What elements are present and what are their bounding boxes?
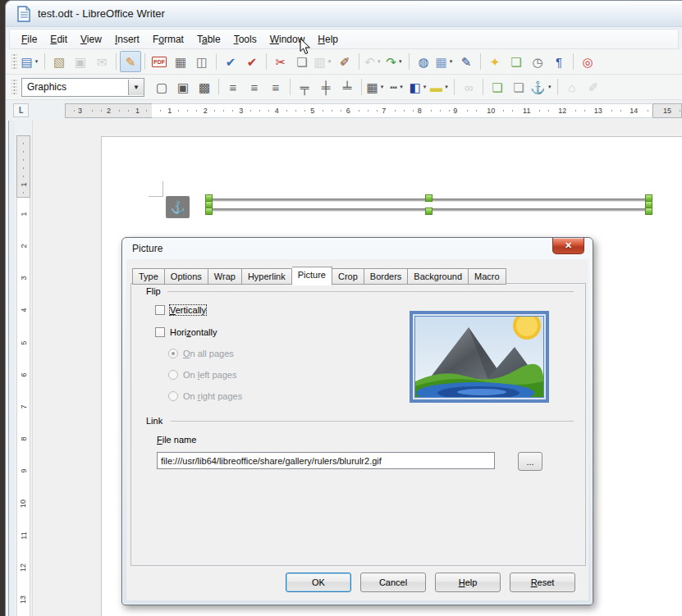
- menu-view[interactable]: View: [74, 32, 108, 47]
- format-paintbrush-icon[interactable]: ✐: [334, 51, 355, 72]
- tab-hyperlink[interactable]: Hyperlink: [242, 268, 292, 285]
- background-color-icon[interactable]: ▬▾: [429, 76, 451, 98]
- wrap-off-icon[interactable]: ▢: [151, 76, 172, 98]
- vertical-ruler[interactable]: 1 12345678910111213: [15, 121, 33, 616]
- edit-file-icon[interactable]: ✎: [120, 51, 141, 72]
- open-icon[interactable]: ▧: [48, 51, 70, 72]
- align-right-icon[interactable]: ≡: [265, 76, 286, 98]
- align-top-icon[interactable]: ╤: [294, 76, 315, 98]
- tab-background[interactable]: Background: [408, 268, 469, 285]
- cut-icon[interactable]: ✂: [270, 51, 291, 72]
- horizontally-checkbox[interactable]: [155, 327, 165, 337]
- selection-handle[interactable]: [425, 208, 433, 215]
- ruler-number: 5: [295, 104, 331, 117]
- toolbar-separator: [218, 79, 219, 95]
- close-icon[interactable]: ✕: [552, 238, 584, 254]
- toolbar-separator: [557, 79, 558, 95]
- tab-macro[interactable]: Macro: [469, 268, 506, 285]
- undo-icon: ↶▾: [363, 51, 384, 72]
- new-document-icon[interactable]: ▤▾: [20, 51, 41, 72]
- dropdown-arrow-icon[interactable]: ▾: [34, 58, 40, 65]
- ruler-number: 1: [152, 104, 188, 117]
- picture-tab-page: Flip VerticallyHorizontally On all pages…: [130, 283, 586, 566]
- menu-edit[interactable]: Edit: [43, 32, 74, 47]
- menu-file[interactable]: File: [15, 32, 43, 47]
- border-line-style-icon[interactable]: ┅▾: [387, 76, 408, 98]
- change-anchor-icon[interactable]: ⚓▾: [529, 76, 554, 98]
- reset-button[interactable]: Reset: [510, 573, 575, 592]
- tab-type[interactable]: Type: [132, 268, 165, 285]
- anchor-icon[interactable]: ⚓: [166, 196, 190, 218]
- tab-crop[interactable]: Crop: [332, 268, 364, 285]
- align-bottom-icon[interactable]: ╧: [336, 76, 358, 98]
- dropdown-arrow-icon[interactable]: ▾: [327, 58, 333, 65]
- hyperlink-icon[interactable]: ◍: [413, 51, 434, 72]
- file-name-input[interactable]: [157, 452, 495, 469]
- dropdown-arrow-icon[interactable]: ▾: [398, 84, 405, 90]
- export-pdf-icon[interactable]: PDF: [149, 51, 170, 72]
- ruler-number: 5: [17, 326, 30, 358]
- tab-options[interactable]: Options: [165, 268, 208, 285]
- data-sources-icon[interactable]: ◷: [527, 51, 548, 72]
- table-icon[interactable]: ▦▾: [434, 51, 455, 72]
- menu-format[interactable]: Format: [146, 32, 190, 47]
- ruler-number: 2: [94, 104, 123, 117]
- ok-button[interactable]: OK: [286, 573, 351, 592]
- tab-picture[interactable]: Picture: [292, 267, 332, 285]
- navigator-icon[interactable]: ✦: [484, 51, 506, 72]
- page-preview-icon[interactable]: ◫: [191, 51, 213, 72]
- horizontal-ruler[interactable]: L 321 1234567891011121314 15: [6, 100, 682, 121]
- bring-to-front-icon[interactable]: ❏: [487, 76, 508, 98]
- wrap-through-icon[interactable]: ▩: [194, 76, 215, 98]
- auto-spellcheck-icon[interactable]: ✔: [241, 51, 263, 72]
- help-icon[interactable]: ◎: [577, 51, 598, 72]
- dropdown-arrow-icon[interactable]: ▾: [397, 58, 404, 65]
- toolbar-grip-icon[interactable]: [11, 53, 17, 70]
- frame-style-combo[interactable]: Graphics ▼: [21, 78, 144, 97]
- dropdown-arrow-icon[interactable]: ▾: [422, 84, 428, 90]
- checkbox-row: Vertically: [155, 305, 206, 315]
- vertically-checkbox-label[interactable]: Vertically: [170, 305, 206, 315]
- on-right-pages-radio-label: On right pages: [183, 391, 242, 401]
- toolbar-separator: [290, 79, 291, 95]
- print-icon[interactable]: ▦: [170, 51, 191, 72]
- draw-functions-icon[interactable]: ✎: [455, 51, 477, 72]
- redo-icon[interactable]: ↷▾: [384, 51, 405, 72]
- browse-button[interactable]: ...: [518, 452, 542, 471]
- menu-insert[interactable]: Insert: [108, 32, 146, 47]
- help-button[interactable]: Help: [435, 573, 501, 592]
- horizontally-checkbox-label[interactable]: Horizontally: [170, 327, 217, 337]
- align-center-vertical-icon[interactable]: ╪: [315, 76, 336, 98]
- selection-handle[interactable]: [205, 208, 213, 215]
- selection-handle[interactable]: [425, 194, 433, 202]
- toolbar-grip-icon[interactable]: [11, 79, 17, 95]
- combo-dropdown-icon[interactable]: ▼: [128, 80, 144, 95]
- align-center-horizontal-icon[interactable]: ≡: [244, 76, 265, 98]
- tab-borders[interactable]: Borders: [364, 268, 409, 285]
- selection-handle[interactable]: [645, 208, 652, 215]
- menu-help[interactable]: Help: [311, 32, 345, 47]
- formatting-marks-icon[interactable]: ¶: [548, 51, 570, 72]
- dropdown-arrow-icon[interactable]: ▾: [443, 84, 450, 90]
- wrap-parallel-icon[interactable]: ▣: [172, 76, 194, 98]
- dropdown-arrow-icon[interactable]: ▾: [547, 84, 553, 90]
- dropdown-arrow-icon[interactable]: ▾: [379, 84, 386, 90]
- dropdown-arrow-icon[interactable]: ▾: [448, 58, 455, 65]
- borders-icon[interactable]: ▦▾: [365, 76, 387, 98]
- gallery-icon[interactable]: ❏: [506, 51, 527, 72]
- align-left-icon[interactable]: ≡: [222, 76, 244, 98]
- vertically-checkbox[interactable]: [155, 305, 165, 315]
- dialog-titlebar[interactable]: Picture ✕: [122, 238, 593, 259]
- spelling-icon[interactable]: ✔: [220, 51, 241, 72]
- tab-wrap[interactable]: Wrap: [208, 268, 242, 285]
- tab-stop-selector[interactable]: L: [13, 103, 29, 117]
- menu-table[interactable]: Table: [190, 32, 227, 47]
- toolbar-separator: [480, 53, 481, 70]
- menu-tools[interactable]: Tools: [227, 32, 263, 47]
- border-color-icon[interactable]: ◧▾: [408, 76, 429, 98]
- dropdown-arrow-icon[interactable]: ▾: [376, 58, 382, 65]
- paste-icon: ▥▾: [313, 51, 334, 72]
- send-to-back-icon[interactable]: ❏: [508, 76, 529, 98]
- window-titlebar[interactable]: test.odt - LibreOffice Writer: [6, 1, 682, 27]
- cancel-button[interactable]: Cancel: [360, 573, 426, 592]
